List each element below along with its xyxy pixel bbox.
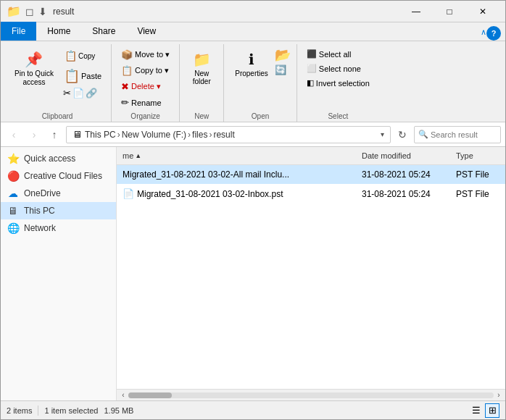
file-row-2[interactable]: 📄 Migrated_31-08-2021 03-02-Inbox.pst 31… [117,184,505,203]
copy-to-label: Copy to ▾ [135,66,169,75]
organize-label: Organize [112,112,179,120]
sidebar-item-network[interactable]: 🌐 Network [1,219,116,237]
file-name-2: 📄 Migrated_31-08-2021 03-02-Inbox.pst [117,187,356,201]
scroll-thumb[interactable] [128,392,172,398]
open-label: Open [224,112,296,120]
move-to-label: Move to ▾ [135,50,170,59]
path-seg-files: files [192,130,207,140]
tab-home[interactable]: Home [36,22,81,41]
clipboard-label: Clipboard [4,112,111,120]
open-icon[interactable]: 📂 [275,47,291,63]
maximize-button[interactable]: □ [433,1,466,22]
rename-label: Rename [131,98,162,107]
tab-view[interactable]: View [126,22,167,41]
selected-size: 1.95 MB [104,406,133,415]
onedrive-label: OneDrive [24,188,61,198]
close-button[interactable]: ✕ [466,1,499,22]
this-pc-label: This PC [24,206,55,216]
path-dropdown-icon[interactable]: ▾ [381,130,384,138]
search-wrap: 🔍 [414,126,501,143]
window-title: result [53,7,399,17]
large-icons-view-button[interactable]: ⊞ [485,403,499,418]
sidebar-item-onedrive[interactable]: ☁ OneDrive [1,185,116,202]
file-list-header: me ▲ Date modified Type Size [117,147,505,165]
quick-access-label: Quick access [24,154,75,164]
file-list: me ▲ Date modified Type Size Migrated_31… [117,147,505,400]
col-date-label: Date modified [362,151,411,160]
select-none-button[interactable]: ⬜ Select none [303,62,373,75]
invert-label: Invert selection [316,79,370,88]
view-controls: ☰ ⊞ [469,403,499,418]
invert-selection-button[interactable]: ◧ Invert selection [303,76,373,90]
new-label: New [180,112,223,120]
copy-small-icon[interactable]: 📄 [72,88,84,98]
new-folder-icon: 📁 [193,51,211,68]
copy-to-button[interactable]: 📋 Copy to ▾ [117,63,173,78]
scroll-left-button[interactable]: ‹ [118,390,128,400]
quick-access-icon: ⭐ [7,153,20,164]
paste-button[interactable]: 📋 Paste [60,66,105,86]
selected-info: 1 item selected [44,406,98,415]
delete-button[interactable]: ✖ Delete ▾ [117,79,173,94]
sidebar-item-creative-cloud[interactable]: 🔴 Creative Cloud Files [1,167,116,185]
up-button[interactable]: ↑ [46,126,63,143]
select-all-button[interactable]: ⬛ Select all [303,47,373,61]
status-bar: 2 items 1 item selected 1.95 MB ☰ ⊞ [1,400,505,419]
new-folder-button[interactable]: 📁 Newfolder [186,47,217,89]
sidebar-item-quick-access[interactable]: ⭐ Quick access [1,150,116,167]
path-arrow-2: › [188,130,191,140]
select-all-icon: ⬛ [307,49,317,59]
address-path[interactable]: 🖥 This PC › New Volume (F:) › files › re… [66,126,391,143]
open-group: ℹ Properties 📂 🔄 Open [224,44,297,122]
path-home-icon: 🖥 [72,129,82,140]
scroll-track[interactable] [128,392,494,398]
network-label: Network [24,223,56,233]
path-seg-volume: New Volume (F:) [122,130,186,140]
pin-quick-access-button[interactable]: 📌 Pin to Quickaccess [9,47,59,91]
details-view-button[interactable]: ☰ [469,403,484,418]
col-header-type[interactable]: Type [450,150,505,161]
col-header-date[interactable]: Date modified [356,150,450,161]
creative-cloud-label: Creative Cloud Files [24,171,102,181]
select-all-label: Select all [319,50,352,59]
scroll-right-button[interactable]: › [494,390,504,400]
items-count: 2 items [7,406,32,415]
path-arrow-3: › [209,130,212,140]
refresh-button[interactable]: ↻ [394,126,411,143]
shortcut-icon[interactable]: 🔗 [86,88,97,98]
path-arrow-1: › [117,130,120,140]
rename-button[interactable]: ✏ Rename [117,95,173,110]
minimize-button[interactable]: — [399,1,433,22]
file-type-2: PST File [450,188,505,201]
paste-icon: 📋 [64,68,80,84]
window-controls: — □ ✕ [399,1,499,22]
cut-icon[interactable]: ✂ [63,88,71,98]
main-area: ⭐ Quick access 🔴 Creative Cloud Files ☁ … [1,147,505,400]
move-icon: 📦 [121,49,133,60]
pst-icon-2: 📄 [123,188,134,199]
move-to-button[interactable]: 📦 Move to ▾ [117,47,173,62]
copy-button[interactable]: 📋 Copy [60,47,105,64]
file-row-1[interactable]: Migrated_31-08-2021 03-02-All mail Inclu… [117,165,505,184]
path-seg-thispc: This PC [85,130,116,140]
col-header-name[interactable]: me ▲ [117,150,356,161]
copy-icon: 📋 [65,50,77,62]
horizontal-scrollbar[interactable]: ‹ › [117,389,505,400]
sidebar-item-this-pc[interactable]: 🖥 This PC [1,202,116,219]
properties-button[interactable]: ℹ Properties [230,47,273,81]
select-none-label: Select none [319,64,361,73]
col-type-label: Type [456,151,473,160]
forward-button[interactable]: › [25,126,43,143]
help-button[interactable]: ? [486,26,501,41]
file-date-2: 31-08-2021 05:24 [356,188,450,201]
sidebar: ⭐ Quick access 🔴 Creative Cloud Files ☁ … [1,147,117,400]
file-type-1: PST File [450,168,505,181]
ribbon: 📌 Pin to Quickaccess 📋 Copy 📋 Paste ✂ [1,41,505,122]
open-small[interactable]: 🔄 [275,64,291,75]
explorer-window: 📁 ◻ ⬇ result — □ ✕ File Home Share View … [0,0,506,420]
tab-share[interactable]: Share [81,22,126,41]
organize-group: 📦 Move to ▾ 📋 Copy to ▾ ✖ Delete ▾ ✏ Ren… [112,44,180,122]
file-rows: Migrated_31-08-2021 03-02-All mail Inclu… [117,165,505,389]
tab-file[interactable]: File [1,22,36,41]
back-button[interactable]: ‹ [5,126,22,143]
